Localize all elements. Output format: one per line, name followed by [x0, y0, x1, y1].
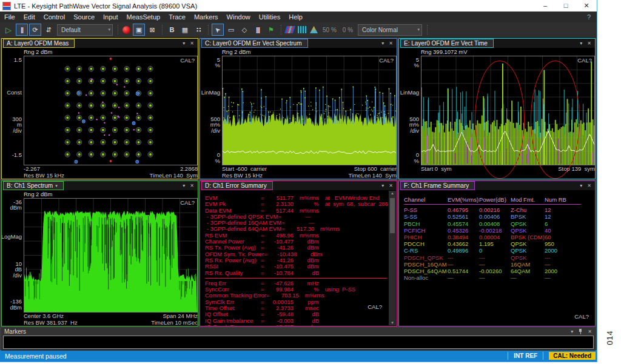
- y-axis-top-label: -36 dBm: [10, 199, 22, 211]
- menu-source[interactable]: Source: [69, 12, 99, 22]
- frame-summary-row: PDSCH_16QAM——16QAM—: [404, 261, 595, 268]
- markers-menu-button[interactable]: ▾: [571, 328, 573, 336]
- menu-input[interactable]: Input: [99, 12, 122, 22]
- y-axis: 5 % LinMag 500 m% /div 0 %: [399, 56, 421, 165]
- panel-tab-b[interactable]: B: Ch1 Spectrum▾: [3, 181, 64, 190]
- panel-menu-button[interactable]: ▾: [580, 182, 582, 190]
- zoom-select-button-icon[interactable]: ▭: [225, 24, 237, 36]
- markers-close-button[interactable]: ✕: [588, 328, 592, 336]
- menu-utilities[interactable]: Utilities: [255, 12, 284, 22]
- y-axis-bottom-label: 0 %: [215, 152, 220, 164]
- menu-bar: FileEditControlSourceInputMeasSetupTrace…: [0, 12, 597, 22]
- prism-button-icon[interactable]: [310, 26, 318, 33]
- pause-button-icon[interactable]: ||: [16, 24, 28, 36]
- panel-tab-e[interactable]: E: Layer0 OFDM Err Vect Time: [400, 39, 494, 48]
- menu-edit[interactable]: Edit: [19, 12, 39, 22]
- error-summary-row: Time Offset=2.3733msec: [205, 305, 388, 311]
- x-axis-right-label: Stop 600 carrier: [354, 165, 397, 172]
- scrollbar[interactable]: ▲ ▼: [389, 191, 396, 325]
- panel-close-button[interactable]: ✕: [587, 182, 591, 190]
- markers-content[interactable]: [3, 336, 594, 349]
- time-plot[interactable]: CAL?: [421, 56, 595, 165]
- markers-header: Markers ▾ ✕: [1, 328, 596, 336]
- spectrogram-button-icon[interactable]: [298, 26, 306, 33]
- panel-close-button[interactable]: ✕: [389, 182, 393, 190]
- frame-summary-row: PBCH0.455740.00408QPSK6: [404, 220, 595, 227]
- panel-menu-button[interactable]: ▾: [381, 182, 384, 190]
- color-mode-combo[interactable]: Color Normal▾: [358, 24, 422, 36]
- spectrum-plot[interactable]: CAL?: [222, 56, 397, 165]
- panel-close-button[interactable]: ✕: [190, 39, 194, 47]
- menu-help[interactable]: Help: [284, 12, 307, 22]
- error-summary-row: - 3GPP-defined 64QAM EVM=517.30m%rms: [205, 226, 388, 232]
- cal-needed-badge[interactable]: CAL: Needed: [549, 352, 596, 360]
- cal-status: CAL?: [574, 313, 589, 320]
- display-close-button-icon[interactable]: ⊠: [146, 24, 158, 36]
- close-button[interactable]: ✕: [576, 0, 597, 12]
- cal-status: CAL?: [577, 57, 592, 64]
- x-axis-right-label: Stop 139 sym: [558, 165, 595, 172]
- layout-grid-button-icon[interactable]: ▦: [179, 24, 191, 36]
- menu-meassetup[interactable]: MeasSetup: [123, 12, 165, 22]
- constellation-display-button-icon[interactable]: [123, 26, 130, 34]
- text-format-button-icon[interactable]: B: [166, 24, 178, 36]
- toolbar-separator: [159, 25, 163, 35]
- panel-menu-button[interactable]: ▾: [580, 39, 582, 47]
- preset-combo[interactable]: Default▾: [57, 24, 113, 36]
- menu-control[interactable]: Control: [39, 12, 69, 22]
- y-axis-bottom-label: -1.5: [12, 152, 22, 158]
- minimize-button[interactable]: –: [535, 0, 556, 12]
- scroll-thumb[interactable]: [390, 198, 395, 233]
- panel-menu-button[interactable]: ▾: [183, 39, 185, 47]
- pin-icon[interactable]: [578, 329, 583, 334]
- y-axis-format-label: LinMag: [400, 90, 419, 96]
- menu-markers[interactable]: Markers: [190, 12, 223, 22]
- footer-right-label: TimeLen 140 Sym: [349, 172, 397, 179]
- error-summary-row: RS Rx. Power (Avg)=-41.26dBm: [205, 257, 388, 263]
- display-button-icon[interactable]: ▣: [133, 24, 145, 36]
- run-button-icon[interactable]: ▷: [2, 24, 15, 36]
- constellation-plot[interactable]: CAL?: [24, 56, 198, 165]
- restart-button-icon[interactable]: ⟳: [29, 24, 41, 36]
- y-axis-scale-label: 500 m% /div: [210, 116, 220, 134]
- panel-tab-c[interactable]: C: Layer0 OFDM Err Vect Spectrum: [201, 39, 308, 48]
- overlap-percent-label: 0 %: [343, 27, 353, 33]
- band-lines-button-icon[interactable]: |||: [252, 24, 264, 36]
- frame-summary-row: PDSCH_64QAM0.51744-0.0026064QAM2000: [404, 268, 595, 274]
- scroll-down-icon[interactable]: ▼: [389, 321, 396, 325]
- color-trace-button-icon[interactable]: [284, 26, 295, 33]
- menu-file[interactable]: File: [0, 12, 19, 22]
- select-pointer-button-icon[interactable]: ➤: [212, 24, 224, 36]
- sweep-config-button-icon[interactable]: ⇵: [42, 24, 55, 36]
- app-icon: [2, 2, 11, 10]
- panel-tab-d[interactable]: D: Ch1 Error Summary: [201, 181, 273, 190]
- panel-menu-button[interactable]: ▾: [183, 182, 185, 190]
- trace-layout-button-icon[interactable]: ∷: [192, 24, 204, 36]
- help-icon[interactable]: ?: [587, 13, 591, 21]
- error-summary-row: IQ Quad. Error=-13.887mdeg: [205, 324, 388, 326]
- panel-tab-f[interactable]: F: Ch1 Frame Summary: [400, 181, 475, 190]
- scroll-up-icon[interactable]: ▲: [389, 191, 396, 195]
- panel-title: C: Layer0 OFDM Err Vect Spectrum: [205, 40, 302, 47]
- panel-close-button[interactable]: ✕: [587, 39, 591, 47]
- panel-close-button[interactable]: ✕: [389, 39, 393, 47]
- maximize-button[interactable]: □: [556, 0, 576, 12]
- status-divider: [508, 352, 508, 360]
- y-axis-bottom-label: 0 %: [414, 152, 419, 164]
- panel-tab-a[interactable]: A: Layer0 OFDM Meas: [3, 39, 75, 48]
- toolbar-separator: [424, 25, 428, 35]
- marker-flag-button-icon[interactable]: ⚑: [265, 24, 277, 36]
- panel-header: B: Ch1 Spectrum▾ ▾✕: [2, 181, 198, 190]
- panel-close-button[interactable]: ✕: [190, 182, 194, 190]
- y-axis-format-label: LogMag: [2, 234, 22, 240]
- cal-status: CAL?: [180, 57, 195, 64]
- y-axis-bottom-label: -136 dBm: [10, 299, 22, 310]
- screenshot-root: LTE - Keysight PathWave Vector Signal An…: [0, 0, 621, 364]
- y-axis-top-label: 5 %: [215, 57, 220, 68]
- panel-menu-button[interactable]: ▾: [381, 39, 384, 47]
- menu-window[interactable]: Window: [223, 12, 255, 22]
- menu-trace[interactable]: Trace: [164, 12, 190, 22]
- panel-title-dropdown-icon[interactable]: ▾: [55, 182, 58, 190]
- spectrum-plot[interactable]: CAL?: [24, 198, 198, 313]
- marker-diamond-button-icon[interactable]: ◇: [238, 24, 250, 36]
